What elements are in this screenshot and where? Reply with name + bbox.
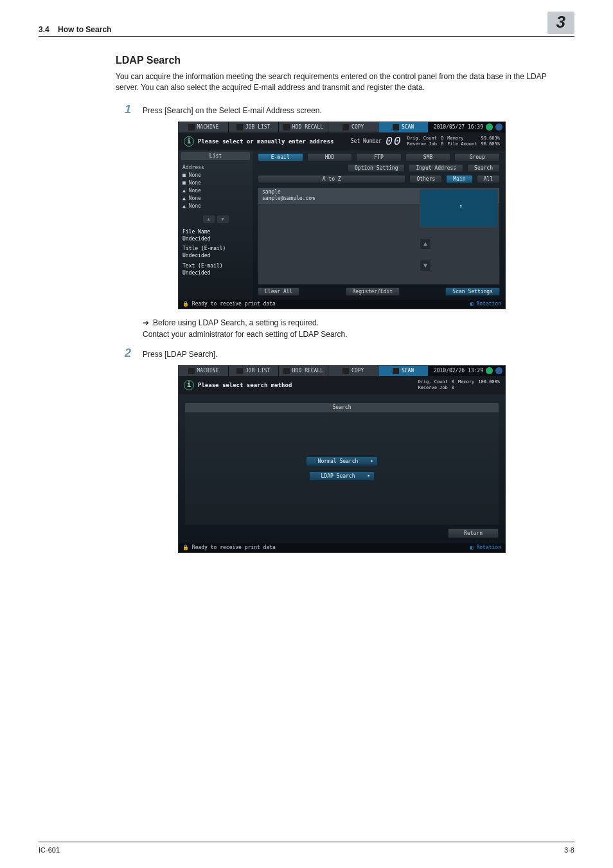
screenshot-select-email-address: MACHINE JOB LIST HDD RECALL COPY SCAN 20… [178,122,506,309]
footer-page-number: 3-8 [564,846,574,854]
normal-search-button[interactable]: Normal Search [306,457,378,466]
copy-icon [342,368,349,374]
text-email-label: Text (E-mail) [182,262,249,269]
ldap-search-button[interactable]: LDAP Search [309,471,375,481]
scroll-down-icon[interactable]: ▼ [420,260,431,271]
footer-model: IC-601 [39,846,60,854]
address-none: ■ None [182,179,249,187]
scan-settings-button[interactable]: Scan Settings [445,287,500,296]
filter-others-button[interactable]: Others [409,175,442,183]
search-button[interactable]: Search [467,164,500,172]
tab-scan[interactable]: SCAN [378,366,429,376]
step-number-1: 1 [116,103,131,116]
set-number-value: 00 [386,135,402,148]
section-title: How to Search [58,25,111,34]
tab-label: MACHINE [197,124,219,130]
option-setting-button[interactable]: Option Setting [348,164,405,172]
tab-job-list[interactable]: JOB LIST [229,122,279,132]
dest-group-button[interactable]: Group [454,153,500,161]
screenshot-search-method: MACHINE JOB LIST HDD RECALL COPY SCAN 20… [178,365,506,553]
set-number-label: Set Number [351,138,382,144]
info-icon: i [184,136,194,147]
dest-smb-button[interactable]: SMB [405,153,451,161]
dest-ftp-button[interactable]: FTP [356,153,402,161]
status-grid: Orig. Count0Memory99.603% Reserve Job0Fi… [407,136,500,147]
file-name-label: File Name [182,228,249,235]
status-icon [486,123,493,131]
rotation-indicator: ◧ Rotation [470,301,501,307]
machine-icon [188,124,195,131]
address-none: ▲ None [182,195,249,203]
step-number-2: 2 [116,347,131,360]
tab-scan[interactable]: SCAN [378,122,429,132]
machine-icon [188,368,195,374]
list-icon [236,124,243,131]
section-intro: You can acquire the information meeting … [116,71,568,94]
arrow-icon: ➔ [143,318,149,327]
address-none: ■ None [182,172,249,179]
register-edit-button[interactable]: Register/Edit [346,287,400,296]
list-tab[interactable]: List [181,152,250,160]
tab-hdd-recall[interactable]: HDD RECALL [279,122,329,132]
copy-icon [342,124,349,131]
scan-icon [393,368,399,374]
tab-label: JOB LIST [245,368,271,374]
tab-label: HDD RECALL [292,368,323,374]
tab-hdd-recall[interactable]: HDD RECALL [279,366,329,376]
address-label: Address [182,164,249,172]
tab-label: MACHINE [197,368,219,374]
section-heading: LDAP Search [116,55,568,66]
help-icon[interactable] [495,123,502,131]
tab-machine[interactable]: MACHINE [179,366,229,376]
list-icon [236,368,243,374]
printer-status: 🔒 Ready to receive print data [182,545,276,550]
timestamp: 2010/02/26 13:29 [434,368,483,374]
tab-label: SCAN [402,368,414,374]
scan-icon [393,124,399,131]
text-email-value: Undecided [182,269,249,276]
side-nav-up[interactable]: ▲ [203,215,215,223]
status-grid: Orig. Count0Memory100.000% Reserve Job0 [418,379,500,390]
section-number: 3.4 [39,25,49,34]
side-nav-down[interactable]: ▼ [217,215,229,223]
input-address-button[interactable]: Input Address [409,164,463,172]
step1-note1: Before using LDAP Search, a setting is r… [153,318,319,327]
status-icon [486,367,493,374]
chapter-number: 3 [547,12,574,34]
printer-status: 🔒 Ready to receive print data [182,301,276,307]
filter-all-button[interactable]: All [477,175,500,183]
hdd-icon [283,368,290,374]
tab-label: COPY [351,368,364,374]
dest-email-button[interactable]: E-mail [258,153,303,161]
step-text-2: Press [LDAP Search]. [143,347,218,360]
filter-a-to-z-button[interactable]: A to Z [258,175,405,183]
dest-hdd-button[interactable]: HDD [307,153,353,161]
help-icon[interactable] [495,367,502,374]
page-up-icon[interactable]: ↑ [420,189,498,228]
file-name-value: Undecided [182,235,249,242]
rotation-indicator: ◧ Rotation [470,545,501,550]
tab-label: JOB LIST [245,124,271,130]
tab-copy[interactable]: COPY [328,122,378,132]
tab-job-list[interactable]: JOB LIST [229,366,279,376]
scroll-up-icon[interactable]: ▲ [420,238,431,249]
step-text-1: Press [Search] on the Select E-mail Addr… [143,103,322,116]
tab-machine[interactable]: MACHINE [179,122,229,132]
clear-all-button[interactable]: Clear All [258,287,299,296]
address-list: sample sample@sample.com ↑ ▲ ▼ [258,187,500,285]
info-message: Please select or manually enter address [198,138,333,145]
tab-copy[interactable]: COPY [328,366,378,376]
filter-main-button[interactable]: Main [446,175,472,183]
info-icon: i [184,380,194,390]
address-none: ▲ None [182,187,249,195]
hdd-icon [283,124,290,131]
tab-label: SCAN [402,124,414,130]
address-none: ▲ None [182,203,249,210]
tab-label: COPY [351,124,364,130]
timestamp: 2010/05/27 16:39 [434,124,483,130]
return-button[interactable]: Return [448,529,499,538]
title-email-value: Undecided [182,252,249,259]
step1-note2: Contact your administrator for each sett… [143,329,568,340]
info-message: Please select search method [198,382,292,388]
search-header: Search [185,403,499,412]
